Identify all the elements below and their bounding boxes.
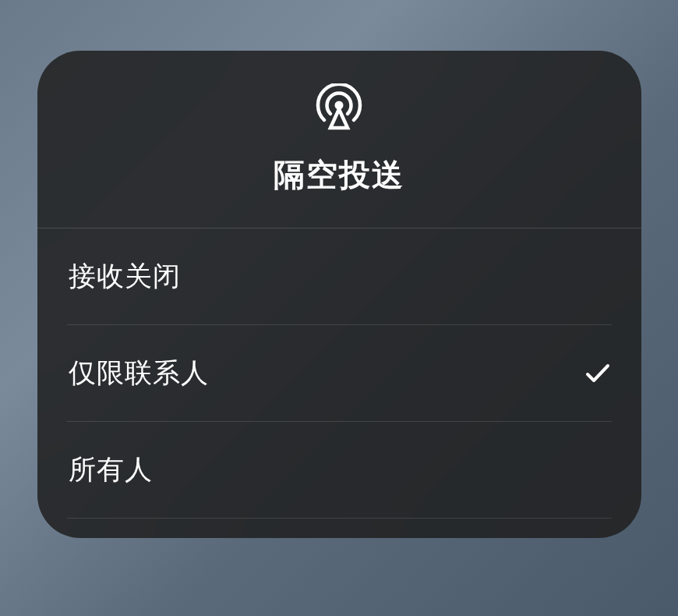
option-label: 所有人: [69, 451, 153, 488]
option-receiving-off[interactable]: 接收关闭: [67, 228, 612, 325]
option-label: 仅限联系人: [69, 355, 209, 391]
option-contacts-only[interactable]: 仅限联系人: [67, 325, 612, 422]
airdrop-icon: [314, 83, 364, 130]
panel-title: 隔空投送: [274, 154, 404, 196]
panel-header: 隔空投送: [37, 51, 641, 228]
option-list: 接收关闭 仅限联系人 所有人: [37, 228, 641, 519]
option-label: 接收关闭: [69, 258, 181, 295]
airdrop-settings-panel: 隔空投送 接收关闭 仅限联系人 所有人: [37, 51, 641, 538]
checkmark-icon: [585, 361, 610, 386]
option-everyone[interactable]: 所有人: [67, 422, 612, 519]
